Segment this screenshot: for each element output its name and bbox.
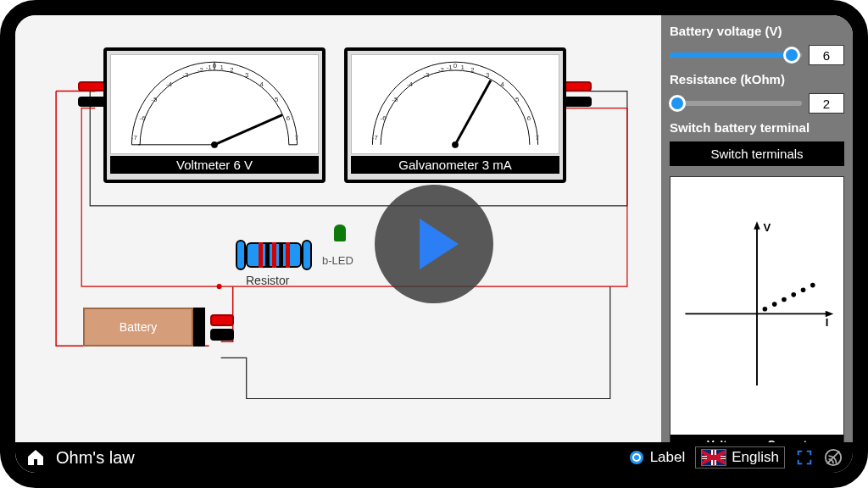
resistance-value[interactable]: 2 — [809, 93, 844, 114]
galvanometer-black-plug — [563, 97, 592, 107]
battery-plugs — [210, 314, 234, 341]
led-label: b-LED — [322, 254, 353, 267]
resistance-slider-label: Resistance (kOhm) — [670, 72, 844, 86]
svg-point-21 — [211, 141, 218, 148]
voltage-control-row: 6 — [670, 45, 844, 65]
resistance-slider-thumb[interactable] — [669, 95, 686, 112]
bottom-bar: Ohm's law Label English — [15, 442, 853, 473]
svg-text:-1: -1 — [447, 64, 453, 71]
svg-point-44 — [772, 302, 777, 307]
vi-graph-card: V I Voltage vs. Current Note: Change bat… — [670, 176, 844, 464]
voltage-slider-thumb[interactable] — [783, 47, 800, 64]
svg-point-45 — [782, 297, 787, 302]
resistance-slider[interactable] — [670, 101, 802, 106]
voltage-value[interactable]: 6 — [809, 45, 844, 65]
voltmeter-red-plug — [78, 81, 107, 92]
svg-text:-6: -6 — [140, 114, 146, 122]
svg-text:-4: -4 — [407, 81, 414, 89]
svg-text:-3: -3 — [182, 71, 188, 79]
resistor-row: Resistor b-LED — [236, 240, 353, 270]
graph-i-axis-label: I — [826, 316, 829, 329]
svg-text:-7: -7 — [131, 134, 137, 141]
resistor-label: Resistor — [246, 274, 289, 287]
voltage-slider-label: Battery voltage (V) — [670, 24, 844, 38]
galvanometer-case: -7-6-5 -4-3-2 -101 234 567 — [344, 47, 566, 183]
svg-text:-5: -5 — [151, 96, 158, 103]
svg-text:6: 6 — [527, 114, 531, 122]
svg-text:-6: -6 — [381, 114, 387, 122]
svg-point-43 — [763, 307, 768, 312]
uk-flag-icon — [701, 449, 726, 466]
svg-text:-2: -2 — [438, 66, 444, 74]
home-icon[interactable] — [25, 447, 46, 468]
simulation-canvas: -7-6-5 -4-3-2 -101 234 567 — [15, 15, 661, 473]
svg-text:2: 2 — [230, 66, 233, 74]
svg-text:-7: -7 — [372, 134, 378, 141]
svg-point-48 — [810, 283, 815, 288]
svg-text:-3: -3 — [423, 71, 429, 79]
svg-text:3: 3 — [245, 71, 248, 79]
switch-heading: Switch battery terminal — [670, 120, 844, 135]
galvanometer-label: Galvanometer 3 mA — [351, 156, 559, 174]
language-selector[interactable]: English — [695, 446, 785, 469]
battery[interactable]: Battery — [83, 308, 234, 347]
svg-text:4: 4 — [500, 81, 504, 89]
graph-v-axis-label: V — [764, 221, 771, 234]
svg-text:7: 7 — [535, 134, 538, 141]
battery-red-plug — [210, 314, 234, 326]
svg-point-0 — [217, 284, 222, 289]
svg-text:1: 1 — [220, 64, 224, 71]
switch-terminals-button[interactable]: Switch terminals — [670, 141, 844, 166]
svg-text:2: 2 — [470, 66, 474, 74]
label-toggle-text: Label — [650, 449, 686, 466]
svg-text:1: 1 — [461, 64, 465, 71]
voltmeter-case: -7-6-5 -4-3-2 -101 234 567 — [103, 47, 326, 183]
voltmeter-dial: -7-6-5 -4-3-2 -101 234 567 — [110, 54, 319, 154]
side-panel: Battery voltage (V) 6 Resistance (kOhm) … — [661, 15, 853, 473]
svg-text:4: 4 — [259, 81, 264, 89]
voltage-slider[interactable] — [670, 53, 802, 58]
svg-text:-4: -4 — [166, 81, 173, 89]
svg-point-46 — [791, 292, 796, 297]
language-name: English — [732, 449, 779, 466]
resistance-control-row: 2 — [670, 93, 844, 114]
svg-text:-1: -1 — [206, 64, 212, 71]
galvanometer-dial: -7-6-5 -4-3-2 -101 234 567 — [351, 54, 559, 154]
svg-text:7: 7 — [294, 134, 298, 141]
resistor[interactable] — [236, 240, 312, 270]
svg-text:5: 5 — [275, 96, 279, 103]
no-cast-icon[interactable] — [824, 448, 843, 467]
svg-text:0: 0 — [453, 62, 458, 69]
svg-text:-2: -2 — [198, 66, 203, 74]
svg-point-47 — [801, 287, 806, 292]
voltmeter-label: Voltmeter 6 V — [110, 156, 319, 174]
galvanometer: -7-6-5 -4-3-2 -101 234 567 — [344, 47, 566, 183]
vi-graph: V I — [670, 177, 843, 435]
tablet-frame: -7-6-5 -4-3-2 -101 234 567 — [0, 0, 868, 488]
page-title: Ohm's law — [56, 448, 135, 468]
svg-marker-41 — [754, 221, 760, 229]
meters-row: -7-6-5 -4-3-2 -101 234 567 — [103, 47, 646, 183]
app-stage: -7-6-5 -4-3-2 -101 234 567 — [15, 15, 853, 473]
voltmeter: -7-6-5 -4-3-2 -101 234 567 — [103, 47, 326, 183]
label-toggle[interactable]: Label — [630, 449, 686, 466]
svg-text:-5: -5 — [392, 96, 398, 103]
fullscreen-icon[interactable] — [795, 448, 814, 467]
svg-text:3: 3 — [486, 71, 489, 79]
battery-black-plug — [210, 329, 234, 341]
play-icon — [420, 219, 459, 269]
radio-icon — [630, 451, 643, 464]
svg-text:5: 5 — [515, 96, 520, 103]
svg-point-38 — [452, 141, 459, 148]
voltmeter-black-plug — [78, 97, 107, 107]
battery-label: Battery — [120, 320, 157, 334]
led-indicator — [334, 225, 346, 241]
galvanometer-red-plug — [563, 81, 592, 92]
svg-line-37 — [455, 80, 491, 145]
battery-terminal-block — [193, 308, 205, 347]
svg-line-20 — [214, 115, 282, 145]
svg-text:0: 0 — [213, 62, 217, 69]
svg-text:6: 6 — [287, 114, 290, 122]
battery-body: Battery — [83, 308, 193, 347]
play-button[interactable] — [375, 185, 493, 303]
